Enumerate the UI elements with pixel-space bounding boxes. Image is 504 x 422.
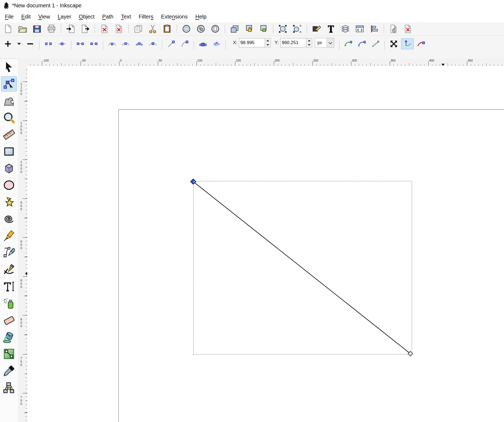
tool-paint-bucket[interactable] xyxy=(1,329,17,345)
duplicate-button[interactable] xyxy=(228,23,241,35)
tool-bezier-pen[interactable] xyxy=(1,245,17,260)
object-to-path-button[interactable] xyxy=(197,38,209,49)
menu-object[interactable]: Object xyxy=(75,12,99,22)
show-bezier-handles-button[interactable] xyxy=(401,38,414,49)
tool-connector[interactable] xyxy=(1,380,17,395)
canvas[interactable] xyxy=(27,66,504,422)
show-path-outline-button[interactable] xyxy=(415,38,427,49)
vruler-label: 8 0 0 xyxy=(19,318,23,328)
unit-select[interactable]: px xyxy=(315,38,334,48)
edit-masks-button[interactable] xyxy=(356,38,368,49)
x-spin-buttons[interactable] xyxy=(265,38,271,47)
fill-stroke-dialog-button[interactable] xyxy=(310,23,323,35)
toolbar-separator xyxy=(71,41,71,50)
segment-to-line-button[interactable] xyxy=(165,38,177,49)
menu-file[interactable]: File xyxy=(1,12,17,22)
smooth-node-button[interactable] xyxy=(119,38,132,49)
tool-star[interactable] xyxy=(1,194,17,210)
y-input[interactable] xyxy=(280,38,306,47)
tool-tweak[interactable] xyxy=(1,93,17,108)
new-document-button[interactable] xyxy=(2,23,15,35)
y-spin-buttons[interactable] xyxy=(306,38,312,47)
symmetric-node-button[interactable] xyxy=(133,38,146,49)
menu-filters[interactable]: Filters xyxy=(135,12,157,22)
tool-spray[interactable] xyxy=(1,296,17,311)
print-document-button[interactable] xyxy=(45,23,58,35)
insert-node-button[interactable] xyxy=(2,38,14,49)
tool-zoom[interactable] xyxy=(1,110,17,125)
xml-icon xyxy=(355,24,364,33)
menu-text[interactable]: Text xyxy=(117,12,135,22)
tool-text[interactable] xyxy=(1,279,17,294)
text-dialog-icon xyxy=(326,24,336,33)
x-input[interactable] xyxy=(239,38,265,47)
tool-box-3d[interactable] xyxy=(1,161,17,176)
open-document-button[interactable] xyxy=(16,23,29,35)
horizontal-ruler[interactable]: -100-50050100150200250300350400450 xyxy=(27,59,504,66)
tool-gradient[interactable] xyxy=(1,346,17,362)
menu-layer[interactable]: Layer xyxy=(54,12,75,22)
tool-ellipse[interactable] xyxy=(1,178,17,193)
join-nodes-button[interactable] xyxy=(42,38,55,49)
paste-button[interactable] xyxy=(161,23,174,35)
menu-view[interactable]: View xyxy=(35,12,54,22)
tool-dropper[interactable] xyxy=(1,363,17,378)
unlink-clone-button[interactable] xyxy=(257,23,270,35)
y-spinbox[interactable] xyxy=(280,38,312,47)
menu-path[interactable]: Path xyxy=(99,12,117,22)
xml-editor-button[interactable] xyxy=(353,23,366,35)
tool-eraser[interactable] xyxy=(1,313,17,328)
ungroup-button[interactable] xyxy=(291,23,304,35)
save-document-button[interactable] xyxy=(30,23,44,35)
group-button[interactable] xyxy=(276,23,289,35)
insert-node-menu-button[interactable] xyxy=(15,38,23,49)
cut-button[interactable] xyxy=(146,23,159,35)
vertical-ruler[interactable]: 1 1 0 01 0 5 01 0 0 09 5 09 0 08 5 08 0 … xyxy=(18,66,27,422)
tool-spray-icon xyxy=(3,297,15,309)
export-button[interactable] xyxy=(79,23,92,35)
path-layer[interactable] xyxy=(27,66,504,422)
break-nodes-button[interactable] xyxy=(56,38,68,49)
x-spinbox[interactable] xyxy=(239,38,271,47)
edit-clipping-paths-button[interactable] xyxy=(342,38,355,49)
auto-node-button[interactable] xyxy=(147,38,159,49)
copy-button[interactable] xyxy=(132,23,145,35)
menu-edit[interactable]: Edit xyxy=(17,12,34,22)
toolbar-separator xyxy=(384,25,384,33)
zoom-to-selection-button[interactable] xyxy=(180,23,193,35)
tool-node-editor[interactable] xyxy=(1,76,17,91)
undo-button[interactable] xyxy=(98,23,111,35)
tool-rectangle[interactable] xyxy=(1,144,17,159)
tool-pencil[interactable] xyxy=(1,228,17,243)
menu-extensions[interactable]: Extensions xyxy=(157,12,192,22)
import-button[interactable] xyxy=(64,23,77,35)
join-with-segment-button[interactable] xyxy=(74,38,87,49)
show-transform-handles-button[interactable] xyxy=(388,38,400,49)
next-path-effect-parameter-button[interactable] xyxy=(369,38,382,49)
document-properties-button[interactable] xyxy=(387,23,400,35)
flatten-bezier-button[interactable] xyxy=(210,38,223,49)
preferences-button[interactable] xyxy=(401,23,414,35)
menu-help[interactable]: Help xyxy=(192,12,210,22)
delete-node-button[interactable] xyxy=(24,38,36,49)
zoom-to-page-button[interactable] xyxy=(209,23,222,35)
align-distribute-button[interactable] xyxy=(368,23,381,35)
fill-stroke-icon xyxy=(312,24,321,33)
text-dialog-button[interactable] xyxy=(324,23,337,35)
redo-button[interactable] xyxy=(112,23,125,35)
zoom-to-drawing-button[interactable] xyxy=(194,23,207,35)
segment-to-curve-button[interactable] xyxy=(179,38,191,49)
path-segment[interactable] xyxy=(193,182,410,354)
nodes-join-icon xyxy=(44,40,53,48)
layers-dialog-button[interactable] xyxy=(339,23,352,35)
create-clone-button[interactable] xyxy=(242,23,256,35)
tool-measure[interactable] xyxy=(1,127,17,142)
tool-selector[interactable] xyxy=(1,59,17,75)
delete-segment-button[interactable] xyxy=(88,38,100,49)
node-insert-icon xyxy=(4,40,12,48)
unit-dropdown-button[interactable] xyxy=(327,38,334,47)
tool-calligraphy[interactable] xyxy=(1,262,17,277)
corner-node-button[interactable] xyxy=(106,38,118,49)
hruler-label: -50 xyxy=(81,59,86,62)
tool-spiral[interactable] xyxy=(1,211,17,227)
